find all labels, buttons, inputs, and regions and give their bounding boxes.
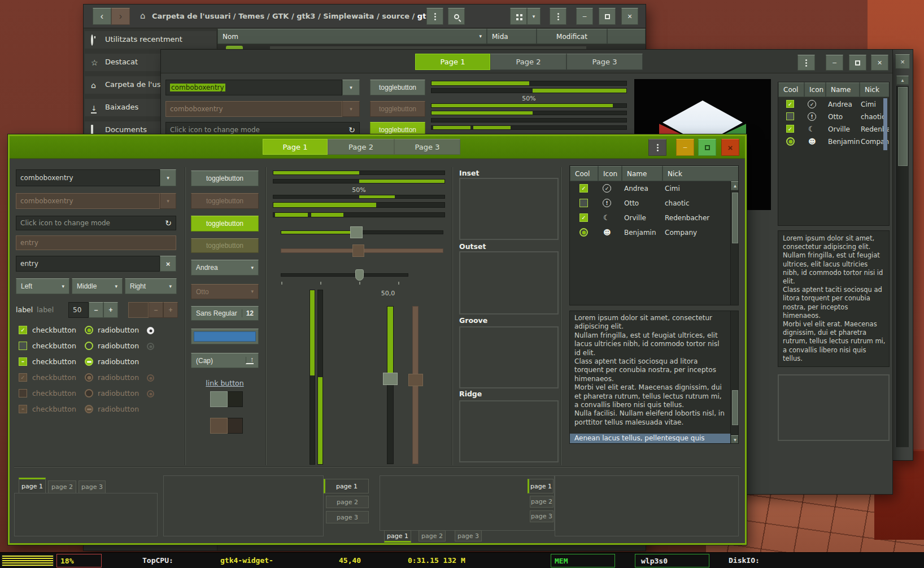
icon-entry[interactable]: Click icon to change mode↻ [16, 216, 176, 230]
tree-column-name[interactable]: Name [622, 166, 663, 181]
column-header-size[interactable]: Mida [487, 29, 537, 44]
notebook2-tab-page3[interactable]: page 3 [326, 511, 369, 523]
tree-radio[interactable] [579, 228, 588, 237]
tab-page1[interactable]: Page 1 [415, 54, 490, 70]
togglebutton[interactable]: togglebutton [191, 171, 259, 186]
scrollbar[interactable]: ▼ [730, 311, 739, 444]
tree-cell-name[interactable]: Orville [828, 125, 860, 133]
close-button[interactable]: × [871, 55, 888, 71]
entry[interactable]: entry [16, 256, 160, 272]
tree-cell-nick[interactable]: Company [665, 229, 728, 237]
close-button[interactable]: × [621, 8, 638, 25]
tree-cell-nick[interactable]: Redenbacher [665, 214, 728, 222]
view-options-button[interactable]: ▾ [527, 8, 541, 25]
breadcrumb[interactable]: Carpeta de l'usuari / Temes / GTK / gtk3… [152, 12, 436, 20]
font-button[interactable]: Sans Regular12 [191, 306, 259, 321]
entry-clear-button[interactable]: × [160, 256, 176, 272]
color-button[interactable] [191, 329, 259, 344]
tree-checkbox[interactable]: ✓ [579, 184, 588, 193]
tree-checkbox[interactable]: ✓ [579, 213, 588, 222]
vscale-trough[interactable] [387, 306, 394, 464]
tree-cell-nick[interactable]: chaotic [665, 199, 728, 207]
combobox-right[interactable]: Right▾ [125, 278, 177, 294]
radio-indicator-dim[interactable] [147, 343, 154, 350]
notebook2-tab-page2[interactable]: page 2 [326, 496, 369, 508]
scrollbar-thumb[interactable] [732, 390, 738, 425]
menu-kebab-button[interactable] [797, 55, 815, 71]
comboboxentry-dropdown-button[interactable]: ▾ [342, 80, 360, 95]
textview[interactable]: Lorem ipsum dolor sit amet, consectetur … [569, 311, 739, 444]
radiobutton-label[interactable]: radiobutton [98, 357, 139, 366]
column-header-extra[interactable] [607, 29, 646, 44]
scrollbar[interactable] [896, 86, 909, 447]
minimize-button[interactable]: – [676, 139, 694, 156]
tab-page1[interactable]: Page 1 [263, 139, 328, 155]
notebook4-tab-page3[interactable]: page 3 [530, 510, 553, 522]
view-grid-button[interactable] [510, 8, 527, 25]
minimize-button[interactable]: – [826, 55, 843, 71]
tree-checkbox[interactable]: ✓ [786, 100, 794, 108]
tree-column-icon[interactable]: Icon [804, 82, 826, 97]
file-chooser-button[interactable]: (Cap)↑ [191, 353, 259, 368]
togglebutton-active[interactable]: togglebutton [191, 216, 259, 231]
radiobutton-label[interactable]: radiobutton [98, 342, 139, 350]
treeview[interactable]: Cool Icon Name Nick ✓ ✓ Andrea Cimi ! Ot… [569, 165, 739, 305]
tree-checkbox[interactable]: ✓ [786, 125, 794, 133]
notebook2-tab-page1[interactable]: page 1 [324, 479, 369, 493]
notebook1-tab-page2[interactable]: page 2 [48, 480, 76, 493]
tree-cell-name[interactable]: Benjamin [624, 229, 661, 237]
tree-cell-name[interactable]: Otto [828, 113, 860, 121]
tab-page3[interactable]: Page 3 [566, 54, 643, 70]
spin-plus-button[interactable]: + [103, 302, 118, 318]
tab-page3[interactable]: Page 3 [394, 139, 460, 155]
tree-column-cool[interactable]: Cool [570, 166, 598, 181]
menu-kebab-button[interactable] [426, 8, 443, 25]
cpu-percent-box[interactable]: 18% [56, 554, 102, 567]
link-button[interactable]: link button [191, 379, 259, 387]
radiobutton-label[interactable]: radiobutton [98, 326, 139, 334]
tree-cell-name[interactable]: Orville [624, 214, 661, 222]
combobox-middle[interactable]: Middle▾ [72, 278, 123, 294]
tab-page2[interactable]: Page 2 [328, 139, 394, 155]
maximize-button[interactable] [599, 8, 616, 25]
checkbutton-label[interactable]: checkbutton [32, 342, 76, 350]
radio-indicator-on[interactable] [147, 327, 154, 334]
tree-column-icon[interactable]: Icon [598, 166, 622, 181]
scrollbar[interactable]: ▲ [730, 181, 739, 305]
scrollbar-thumb[interactable] [883, 98, 887, 150]
tree-radio[interactable] [786, 137, 795, 146]
radiobutton-selected[interactable] [85, 326, 93, 334]
refresh-icon[interactable]: ↻ [348, 125, 355, 134]
radiobutton-indeterminate[interactable] [85, 357, 93, 366]
tree-cell-name[interactable]: Andrea [828, 101, 860, 108]
maximize-button[interactable] [698, 139, 716, 156]
column-header-modified[interactable]: Modificat [537, 29, 607, 44]
tree-checkbox[interactable] [579, 199, 588, 207]
combobox-name[interactable]: Andrea▾ [191, 260, 259, 276]
tree-column-cool[interactable]: Cool [778, 82, 804, 97]
textview[interactable]: Lorem ipsum dolor sit amet, consectetur … [778, 230, 890, 367]
togglebutton[interactable]: togglebutton [370, 80, 425, 95]
notebook4-tab-page1[interactable]: page 1 [528, 479, 553, 493]
maximize-button[interactable] [849, 55, 866, 71]
tree-checkbox[interactable] [786, 112, 794, 120]
hscale-handle[interactable] [350, 226, 363, 238]
hamburger-kebab-button[interactable] [550, 8, 566, 25]
vscale-handle[interactable] [383, 373, 398, 385]
refresh-icon[interactable]: ↻ [165, 219, 172, 228]
hscale-marks-handle[interactable] [355, 269, 364, 281]
tree-column-nick[interactable]: Nick [663, 166, 739, 181]
notebook4-tab-page2[interactable]: page 2 [530, 496, 553, 508]
spinbutton-value[interactable]: 50 [68, 302, 89, 318]
scroll-up-button[interactable]: ▲ [731, 181, 739, 190]
menu-kebab-button[interactable] [648, 139, 666, 156]
scroll-down-button[interactable]: ▼ [731, 435, 739, 444]
comboboxentry-input[interactable]: comboboxentry [165, 80, 342, 95]
scroll-up-button[interactable]: ▲ [896, 76, 909, 85]
scrollbar-thumb[interactable] [732, 193, 738, 243]
treeview[interactable]: Cool Icon Name Nick ✓ ✓ Andrea Cimi ! Ot… [778, 82, 890, 226]
combobox-left[interactable]: Left▾ [16, 278, 69, 294]
checkbutton-indeterminate[interactable]: – [19, 357, 27, 366]
notebook3-tab-page2[interactable]: page 2 [419, 530, 446, 541]
network-box[interactable]: wlp3s0 [635, 554, 709, 567]
